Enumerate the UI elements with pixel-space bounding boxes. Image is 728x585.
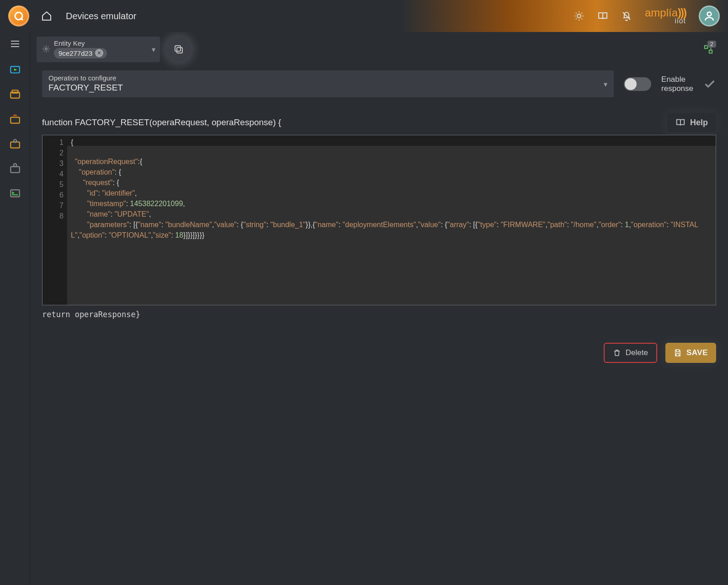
sidebar-item-device[interactable] <box>8 88 22 101</box>
svg-point-2 <box>707 12 712 16</box>
delete-button[interactable]: Delete <box>604 343 657 363</box>
chevron-down-icon[interactable]: ▾ <box>604 80 607 88</box>
page-title: Devices emulator <box>66 11 137 21</box>
function-signature: function FACTORY_RESET(operaRequest, ope… <box>42 117 281 128</box>
avatar[interactable] <box>699 5 720 27</box>
enable-response-toggle[interactable] <box>624 77 651 91</box>
network-status[interactable]: 2 <box>703 44 713 54</box>
sidebar-item-emulator[interactable] <box>8 63 22 77</box>
brand-name: amplía <box>645 6 678 19</box>
entity-key-chip: 9ce277d23 ✕ <box>54 48 107 58</box>
svg-point-1 <box>577 14 581 18</box>
content-area: Entity Key 9ce277d23 ✕ ▾ 2 Operation to … <box>30 32 728 585</box>
svg-rect-17 <box>709 50 712 53</box>
help-label: Help <box>690 118 708 128</box>
operation-select[interactable]: Operation to configure FACTORY_RESET ▾ <box>42 70 614 97</box>
sun-icon[interactable] <box>574 11 585 21</box>
editor-code[interactable]: { "operationRequest":{ "operation": { "r… <box>67 135 716 305</box>
entity-key-label: Entity Key <box>54 39 107 47</box>
side-nav <box>0 32 30 585</box>
sidebar-item-terminal[interactable] <box>8 186 22 200</box>
app-logo[interactable] <box>8 5 29 27</box>
svg-rect-14 <box>177 48 182 53</box>
help-button[interactable]: Help <box>667 113 716 132</box>
operation-select-value: FACTORY_RESET <box>48 83 607 93</box>
book-icon[interactable] <box>597 11 608 21</box>
svg-rect-10 <box>11 167 20 173</box>
svg-rect-15 <box>175 46 181 51</box>
chevron-down-icon[interactable]: ▾ <box>152 45 155 54</box>
home-icon[interactable] <box>41 11 52 21</box>
entity-key-value: 9ce277d23 <box>58 49 92 57</box>
svg-point-9 <box>13 139 16 143</box>
clear-entity-icon[interactable]: ✕ <box>95 49 103 57</box>
sidebar-item-gear[interactable] <box>8 162 22 176</box>
copy-button[interactable] <box>166 37 191 62</box>
enable-response-label: Enableresponse <box>661 75 693 93</box>
svg-marker-4 <box>14 69 17 71</box>
sidebar-item-alarm[interactable] <box>8 112 22 126</box>
entity-key-selector[interactable]: Entity Key 9ce277d23 ✕ ▾ <box>37 37 160 62</box>
bell-off-icon[interactable] <box>621 11 632 21</box>
svg-rect-7 <box>11 117 20 123</box>
brand-label: amplía))) iiot <box>645 8 686 24</box>
gear-icon <box>42 45 50 53</box>
return-line: return operaResponse} <box>42 310 716 319</box>
network-count-badge: 2 <box>707 41 716 48</box>
code-editor[interactable]: 12345678 { "operationRequest":{ "operati… <box>42 135 716 305</box>
save-label: SAVE <box>686 348 708 357</box>
sidebar-item-config[interactable] <box>8 137 22 151</box>
menu-icon[interactable] <box>10 38 21 49</box>
editor-gutter: 12345678 <box>43 135 67 305</box>
top-bar: Devices emulator amplía))) iiot <box>0 0 728 32</box>
apply-check-icon[interactable] <box>703 78 716 90</box>
delete-label: Delete <box>626 348 648 357</box>
operation-select-label: Operation to configure <box>48 74 607 82</box>
svg-point-13 <box>45 48 48 50</box>
save-button[interactable]: SAVE <box>665 343 716 363</box>
